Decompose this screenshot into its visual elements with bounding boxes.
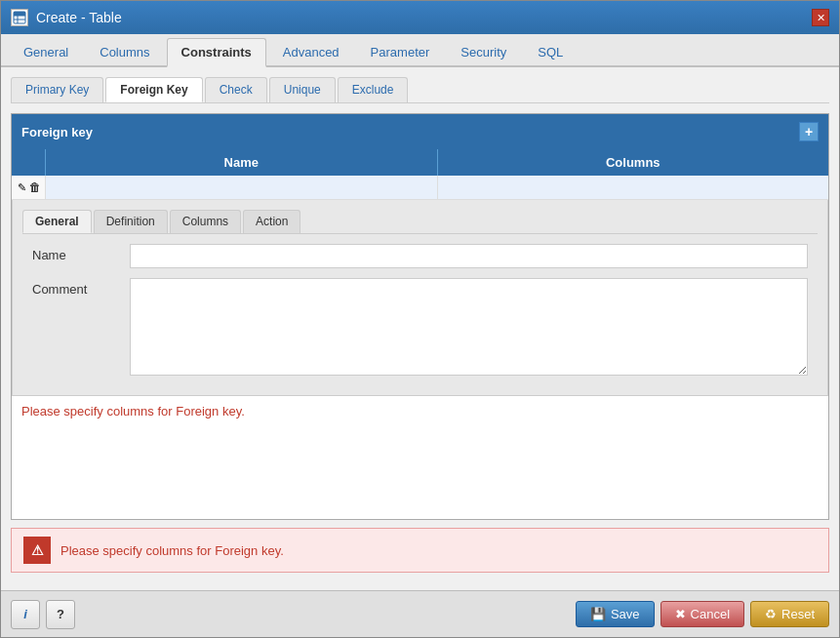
main-window: Create - Table ✕ General Columns Constra… — [0, 0, 840, 638]
edit-icon[interactable]: ✎ — [16, 179, 27, 195]
table-row: ✎ 🗑 — [12, 176, 828, 200]
cancel-icon: ✖ — [675, 607, 686, 621]
detail-area: General Definition Columns Action Name C… — [12, 200, 828, 396]
sub-tab-foreign-key[interactable]: Foreign Key — [105, 77, 202, 102]
detail-tab-action[interactable]: Action — [243, 210, 300, 233]
svg-rect-1 — [14, 12, 25, 16]
detail-tab-columns[interactable]: Columns — [170, 210, 241, 233]
name-label: Name — [32, 244, 130, 262]
error-banner: ⚠ Please specify columns for Foreign key… — [11, 528, 829, 573]
sub-tab-primary-key[interactable]: Primary Key — [11, 77, 103, 102]
help-button[interactable]: ? — [46, 600, 75, 629]
content-area: Primary Key Foreign Key Check Unique Exc… — [1, 67, 839, 590]
sub-tab-exclude[interactable]: Exclude — [338, 77, 409, 102]
sub-tabs: Primary Key Foreign Key Check Unique Exc… — [11, 77, 829, 103]
fk-panel-header: Foreign key + — [12, 114, 828, 149]
info-button[interactable]: i — [11, 600, 40, 629]
row-name — [46, 176, 438, 199]
fk-table-header: Name Columns — [12, 149, 828, 176]
comment-label: Comment — [32, 278, 130, 297]
save-label: Save — [611, 607, 640, 621]
fk-panel-title: Foreign key — [21, 125, 93, 140]
fk-col-columns-header: Columns — [438, 149, 829, 176]
title-bar-left: Create - Table — [11, 9, 122, 26]
footer-right: 💾 Save ✖ Cancel ♻ Reset — [576, 601, 829, 627]
window-title: Create - Table — [36, 10, 122, 25]
error-banner-message: Please specify columns for Foreign key. — [60, 543, 284, 558]
reset-button[interactable]: ♻ Reset — [750, 601, 829, 627]
tab-columns[interactable]: Columns — [85, 38, 164, 65]
detail-tab-general[interactable]: General — [22, 210, 92, 233]
fk-table: Name Columns ✎ 🗑 — [12, 149, 828, 519]
save-button[interactable]: 💾 Save — [576, 601, 655, 627]
tab-sql[interactable]: SQL — [523, 38, 578, 65]
detail-tabs: General Definition Columns Action — [22, 210, 818, 234]
row-columns — [438, 176, 829, 199]
tab-general[interactable]: General — [9, 38, 83, 65]
cancel-button[interactable]: ✖ Cancel — [660, 601, 744, 627]
fk-add-button[interactable]: + — [799, 122, 819, 141]
tab-advanced[interactable]: Advanced — [268, 38, 354, 65]
name-input[interactable] — [130, 244, 808, 268]
table-icon — [11, 9, 28, 26]
row-actions: ✎ 🗑 — [12, 176, 46, 199]
comment-textarea[interactable] — [130, 278, 808, 376]
footer: i ? 💾 Save ✖ Cancel ♻ Reset — [1, 590, 839, 637]
reset-label: Reset — [781, 607, 815, 621]
close-button[interactable]: ✕ — [812, 9, 829, 26]
error-warning-icon: ⚠ — [23, 537, 51, 564]
inline-error-text: Please specify columns for Foreign key. — [12, 396, 828, 426]
save-icon: 💾 — [590, 607, 606, 621]
detail-tab-definition[interactable]: Definition — [94, 210, 168, 233]
comment-field-row: Comment — [22, 278, 818, 376]
tab-security[interactable]: Security — [446, 38, 521, 65]
title-bar: Create - Table ✕ — [1, 1, 839, 34]
cancel-label: Cancel — [691, 607, 730, 621]
fk-col-name-header: Name — [46, 149, 438, 176]
delete-icon[interactable]: 🗑 — [29, 179, 41, 195]
tab-constraints[interactable]: Constraints — [167, 38, 266, 67]
footer-left: i ? — [11, 600, 75, 629]
main-tabs: General Columns Constraints Advanced Par… — [1, 34, 839, 67]
sub-tab-check[interactable]: Check — [205, 77, 267, 102]
tab-parameter[interactable]: Parameter — [356, 38, 445, 65]
row-data — [46, 176, 828, 199]
reset-icon: ♻ — [765, 607, 777, 621]
sub-tab-unique[interactable]: Unique — [269, 77, 336, 102]
name-field-row: Name — [22, 244, 818, 268]
foreign-key-panel: Foreign key + Name Columns ✎ 🗑 — [11, 113, 829, 520]
